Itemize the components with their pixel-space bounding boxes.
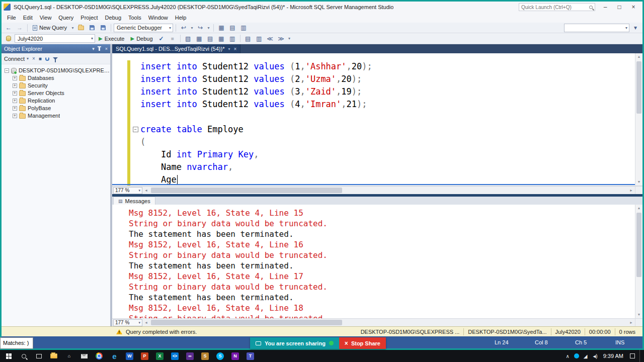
undo-dropdown-icon[interactable]: ▾ xyxy=(190,23,194,32)
pin-icon[interactable] xyxy=(99,47,100,51)
visual-studio-icon[interactable]: ∞ xyxy=(182,350,197,362)
registered-servers-icon[interactable]: ▤ xyxy=(227,23,237,32)
stop-share-button[interactable]: × Stop Share xyxy=(339,337,386,349)
menu-item-file[interactable]: File xyxy=(4,13,20,23)
live-query-stats-icon[interactable]: ▦ xyxy=(194,34,204,43)
skype-tray-icon[interactable] xyxy=(574,353,579,358)
new-item-dropdown-icon[interactable]: ▾ xyxy=(70,23,75,32)
nav-forward-icon[interactable]: → xyxy=(15,23,25,32)
generic-debugger-combo[interactable]: Generic Debugger ▾ xyxy=(114,24,173,32)
save-all-button[interactable] xyxy=(98,23,108,32)
code-line[interactable]: ( xyxy=(140,136,635,148)
code-line[interactable]: insert into Student12 values (4,'Imran',… xyxy=(140,98,635,111)
scrollbar-track[interactable] xyxy=(635,60,642,178)
menu-item-debug[interactable]: Debug xyxy=(102,13,125,23)
start-button[interactable] xyxy=(1,350,16,362)
scrollbar-track[interactable] xyxy=(150,187,627,194)
estimated-plan-icon[interactable]: ▧ xyxy=(183,34,193,43)
scroll-left-icon[interactable]: ◄ xyxy=(142,189,150,192)
task-view-icon[interactable] xyxy=(31,350,46,362)
chevron-down-icon[interactable]: ▾ xyxy=(228,47,230,51)
outdent-icon[interactable]: ≪ xyxy=(265,34,275,43)
comment-icon[interactable]: ▤ xyxy=(243,34,253,43)
excel-icon[interactable]: X xyxy=(152,350,167,362)
connect-button[interactable]: Connect ▾ xyxy=(4,56,29,62)
store-icon[interactable]: ⌂ xyxy=(61,350,76,362)
search-icon[interactable] xyxy=(16,350,31,362)
scroll-up-icon[interactable]: ▲ xyxy=(637,53,641,60)
scrollbar-thumb[interactable] xyxy=(151,188,342,193)
powerpoint-icon[interactable]: P xyxy=(137,350,152,362)
tree-node-databases[interactable]: +Databases xyxy=(2,74,110,82)
editor-toolbar-overflow-icon[interactable]: ▾ xyxy=(287,34,292,43)
disconnect-icon[interactable]: × xyxy=(32,56,35,61)
mail-icon[interactable] xyxy=(76,350,92,362)
volume-icon[interactable]: ◄) xyxy=(592,353,596,359)
redo-icon[interactable]: ↪ xyxy=(195,23,205,32)
code-editor[interactable]: − insert into Student12 values (1,'Ashha… xyxy=(112,53,642,186)
tree-expand-icon[interactable]: + xyxy=(13,114,17,118)
code-line[interactable]: insert into Student12 values (3,'Zaid',1… xyxy=(140,85,635,98)
window-position-icon[interactable]: ▾ xyxy=(92,46,95,51)
messages-zoom-combo[interactable]: 177 % ▾ xyxy=(113,319,142,326)
save-button[interactable] xyxy=(87,23,97,32)
menu-item-query[interactable]: Query xyxy=(55,13,77,23)
tab-sqlquery1[interactable]: SQLQuery1.sql - DES...SyedTaqiRizvi (54)… xyxy=(112,44,240,53)
solution-configurations-combo[interactable]: ▾ xyxy=(564,24,629,32)
editor-zoom-combo[interactable]: 177 % ▾ xyxy=(113,187,142,194)
skype-icon[interactable]: S xyxy=(212,350,227,362)
parse-icon[interactable]: ✓ xyxy=(156,34,167,43)
tree-expand-icon[interactable]: + xyxy=(13,76,17,80)
stop-icon[interactable]: ■ xyxy=(39,56,42,61)
menu-item-tools[interactable]: Tools xyxy=(125,13,145,23)
results-to-text-icon[interactable]: ▤ xyxy=(205,34,215,43)
word-icon[interactable]: W xyxy=(122,350,137,362)
fold-collapse-icon[interactable]: − xyxy=(133,127,138,132)
file-explorer-icon[interactable] xyxy=(46,350,61,362)
debug-button[interactable]: ▶ Debug xyxy=(128,34,155,43)
scrollbar-thumb[interactable] xyxy=(636,213,641,277)
menu-item-help[interactable]: Help xyxy=(172,13,190,23)
cancel-query-icon[interactable]: ■ xyxy=(168,34,178,43)
menu-item-project[interactable]: Project xyxy=(77,13,101,23)
code-line[interactable]: create table Employe xyxy=(140,123,635,136)
refresh-icon[interactable] xyxy=(45,57,49,61)
scroll-down-icon[interactable]: ▼ xyxy=(637,311,641,318)
action-center-icon[interactable] xyxy=(630,353,635,358)
menu-item-view[interactable]: View xyxy=(36,13,55,23)
template-browser-icon[interactable]: ▥ xyxy=(238,23,249,32)
new-query-button[interactable]: New Query xyxy=(30,23,69,32)
quick-launch-field[interactable] xyxy=(521,5,587,10)
filter-icon[interactable] xyxy=(53,57,58,60)
teams-icon[interactable]: T xyxy=(243,350,258,362)
tab-messages[interactable]: ▤ Messages xyxy=(113,197,155,205)
network-icon[interactable]: ◢ xyxy=(584,353,588,359)
toolbar-overflow-icon[interactable]: ▾ xyxy=(630,23,640,32)
messages-vertical-scrollbar[interactable]: ▲ ▼ xyxy=(635,205,642,318)
tree-node-server-objects[interactable]: +Server Objects xyxy=(2,89,110,97)
redo-dropdown-icon[interactable]: ▾ xyxy=(206,23,211,32)
edge-icon[interactable]: e xyxy=(107,350,122,362)
tree-node-replication[interactable]: +Replication xyxy=(2,97,110,105)
maximize-button[interactable]: □ xyxy=(612,3,626,12)
scroll-right-icon[interactable]: ► xyxy=(627,189,635,192)
tree-expand-icon[interactable]: + xyxy=(13,106,17,111)
code-line[interactable]: insert into Student12 values (1,'Ashhar'… xyxy=(140,60,635,73)
code-line[interactable] xyxy=(140,111,635,123)
tree-node-security[interactable]: +Security xyxy=(2,82,110,89)
code-line[interactable]: Name nvarchar, xyxy=(140,161,635,173)
scrollbar-track[interactable] xyxy=(150,319,627,326)
scrollbar-thumb[interactable] xyxy=(151,320,342,325)
menu-item-window[interactable]: Window xyxy=(145,13,172,23)
execute-button[interactable]: ▶ Execute xyxy=(96,34,127,43)
available-databases-button[interactable] xyxy=(4,34,14,43)
taskbar-clock[interactable]: 9:39 AM xyxy=(601,353,625,359)
undo-icon[interactable]: ↩ xyxy=(179,23,189,32)
tree-node-server[interactable]: −DESKTOP-0SD1M0G\SQLEXPRESS (SQL xyxy=(2,67,110,74)
scrollbar-track[interactable] xyxy=(635,212,642,311)
uncomment-icon[interactable]: ▥ xyxy=(254,34,264,43)
scroll-left-icon[interactable]: ◄ xyxy=(142,321,150,324)
panel-close-icon[interactable]: × xyxy=(105,46,108,51)
tab-close-icon[interactable]: × xyxy=(233,46,236,52)
hidden-icons-chevron[interactable]: ∧ xyxy=(566,353,569,359)
